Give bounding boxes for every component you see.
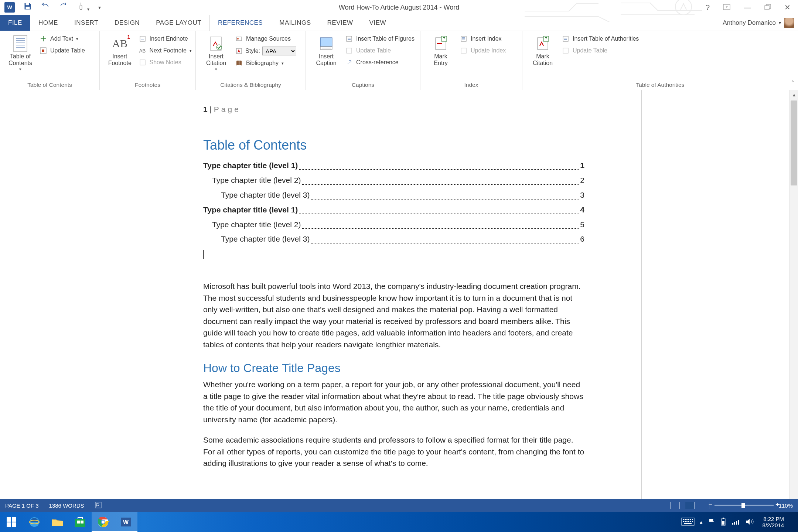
help-icon[interactable]: ?	[706, 3, 710, 12]
caption-icon	[317, 35, 335, 52]
touch-mode-icon[interactable]: ▾	[77, 2, 89, 13]
scroll-up-icon[interactable]: ▴	[790, 90, 798, 99]
word-count[interactable]: 1386 WORDS	[49, 502, 84, 509]
table-of-contents-button[interactable]: Table ofContents ▾	[4, 33, 37, 72]
tab-page-layout[interactable]: PAGE LAYOUT	[148, 15, 209, 31]
ribbon-tabs: FILE HOMEINSERTDESIGNPAGE LAYOUTREFERENC…	[0, 15, 798, 31]
svg-rect-64	[683, 521, 684, 522]
mark-citation-button[interactable]: MarkCitation	[526, 33, 559, 67]
read-mode-icon[interactable]	[670, 502, 680, 509]
insert-index-button[interactable]: Insert Index	[460, 35, 506, 43]
svg-rect-75	[734, 522, 735, 525]
tab-review[interactable]: REVIEW	[319, 15, 361, 31]
manage-sources-icon	[235, 35, 243, 43]
tab-insert[interactable]: INSERT	[66, 15, 106, 31]
svg-rect-0	[26, 3, 29, 6]
word-app-icon: W	[4, 2, 15, 13]
body-paragraph: Whether you're working on a term paper, …	[203, 379, 584, 425]
svg-rect-27	[347, 48, 352, 53]
zoom-knob[interactable]	[741, 503, 745, 508]
svg-rect-42	[95, 502, 101, 508]
ribbon-display-options-icon[interactable]	[723, 3, 730, 12]
wifi-icon[interactable]	[732, 518, 740, 526]
keyboard-icon[interactable]	[681, 518, 695, 527]
bibliography-button[interactable]: Bibliography ▾	[235, 59, 296, 67]
zoom-in-icon[interactable]: +	[775, 501, 780, 509]
save-icon[interactable]	[24, 2, 32, 13]
update-index-icon	[460, 47, 468, 55]
taskbar-explorer[interactable]	[46, 512, 69, 532]
insert-table-of-figures-button[interactable]: Insert Table of Figures	[345, 35, 415, 43]
body-paragraph: Some academic associations require stude…	[203, 434, 584, 469]
svg-rect-1	[26, 7, 30, 9]
zoom-level[interactable]: 110%	[779, 502, 793, 509]
spellcheck-icon[interactable]	[95, 501, 102, 510]
tab-mailings[interactable]: MAILINGS	[271, 15, 319, 31]
svg-rect-59	[685, 519, 686, 520]
collapse-ribbon-icon[interactable]: ˄	[791, 79, 794, 88]
svg-rect-46	[12, 522, 16, 527]
svg-rect-41	[563, 48, 568, 53]
tab-home[interactable]: HOME	[30, 15, 66, 31]
insert-endnote-button[interactable]: Insert Endnote	[139, 35, 192, 43]
citation-style-select[interactable]: AStyle:APA	[235, 47, 296, 55]
update-toa-button[interactable]: Update Table	[562, 47, 639, 55]
clock[interactable]: 8:22 PM 8/2/2014	[759, 516, 788, 529]
tray-chevron-icon[interactable]: ▴	[700, 519, 703, 525]
taskbar-store[interactable]	[69, 512, 92, 532]
redo-icon[interactable]	[59, 2, 68, 13]
tab-references[interactable]: REFERENCES	[209, 15, 271, 31]
scroll-thumb[interactable]	[791, 100, 797, 185]
page-indicator[interactable]: PAGE 1 OF 3	[5, 502, 39, 509]
mark-entry-icon	[432, 35, 450, 52]
tab-design[interactable]: DESIGN	[106, 15, 148, 31]
zoom-slider[interactable]: − +	[715, 505, 774, 506]
show-notes-button[interactable]: Show Notes	[139, 58, 192, 66]
battery-icon[interactable]	[720, 517, 726, 527]
account-menu[interactable]: Anthony Domanico▾	[723, 15, 798, 31]
volume-icon[interactable]	[746, 518, 754, 526]
svg-rect-24	[347, 36, 352, 41]
insert-toa-button[interactable]: Insert Table of Authorities	[562, 35, 639, 43]
close-icon[interactable]: ✕	[784, 3, 791, 12]
update-table-button[interactable]: Update Table	[39, 47, 85, 55]
zoom-out-icon[interactable]: −	[709, 501, 713, 509]
style-dropdown[interactable]: APA	[262, 47, 296, 55]
label: MarkCitation	[533, 53, 553, 67]
mark-entry-button[interactable]: MarkEntry	[424, 33, 457, 67]
svg-rect-70	[684, 523, 692, 524]
update-index-button[interactable]: Update Index	[460, 47, 506, 55]
restore-icon[interactable]	[764, 3, 771, 12]
web-layout-icon[interactable]	[700, 502, 709, 509]
add-text-button[interactable]: Add Text ▾	[39, 35, 85, 43]
next-footnote-button[interactable]: ABNext Footnote ▾	[139, 47, 192, 55]
svg-rect-72	[723, 518, 724, 519]
taskbar-word[interactable]: W	[115, 512, 137, 532]
label: Table ofContents	[8, 53, 32, 67]
manage-sources-button[interactable]: Manage Sources	[235, 35, 296, 43]
text-cursor	[203, 250, 204, 259]
update-captions-table-button[interactable]: Update Table	[345, 47, 415, 55]
group-label: Footnotes	[100, 82, 195, 90]
cross-reference-button[interactable]: Cross-reference	[345, 58, 415, 66]
insert-caption-button[interactable]: InsertCaption	[310, 33, 343, 67]
minimize-icon[interactable]: —	[744, 3, 751, 12]
insert-citation-button[interactable]: InsertCitation ▾	[200, 33, 233, 72]
document-page[interactable]: 1 | Page Table of Contents Type chapter …	[146, 90, 641, 512]
undo-icon[interactable]	[41, 2, 50, 13]
flag-icon[interactable]	[708, 518, 715, 526]
show-desktop-button[interactable]	[793, 512, 796, 532]
endnote-icon	[139, 35, 147, 43]
tab-view[interactable]: VIEW	[361, 15, 394, 31]
taskbar-chrome[interactable]	[92, 512, 115, 532]
start-button[interactable]	[0, 512, 23, 532]
qat-customize-icon[interactable]: ▾	[98, 4, 101, 10]
svg-rect-73	[722, 521, 724, 525]
taskbar-ie[interactable]	[23, 512, 46, 532]
print-layout-icon[interactable]	[685, 502, 695, 509]
vertical-scrollbar[interactable]: ▴ ▾	[789, 90, 798, 512]
tab-file[interactable]: FILE	[0, 15, 30, 31]
toc-entry: Type chapter title (level 3)6	[203, 232, 584, 246]
insert-footnote-button[interactable]: AB1 InsertFootnote	[103, 33, 136, 67]
user-avatar-icon	[784, 18, 794, 28]
